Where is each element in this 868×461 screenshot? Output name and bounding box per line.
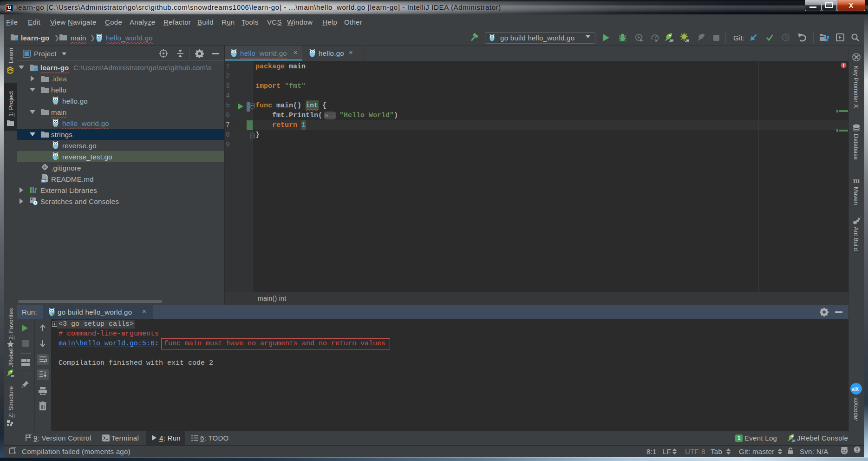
svg-text:MD: MD (42, 179, 47, 183)
svg-text:ʌiX: ʌiX (852, 387, 859, 392)
svg-text:JR: JR (11, 375, 14, 377)
svg-text:JR: JR (685, 39, 689, 42)
svg-text:JR: JR (669, 39, 673, 42)
svg-text:JR: JR (791, 439, 796, 442)
